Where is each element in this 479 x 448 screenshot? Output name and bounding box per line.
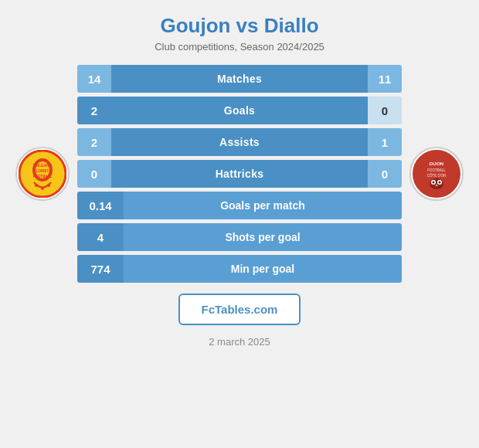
fctables-text: FcTables.com bbox=[202, 303, 278, 316]
assists-right-value: 1 bbox=[368, 128, 402, 156]
logo-right: DIJON FOOTBALL CÔTE D'OR bbox=[402, 147, 471, 201]
min-per-goal-label: Min per goal bbox=[124, 255, 402, 283]
goals-label: Goals bbox=[111, 97, 368, 124]
page-title: Goujon vs Diallo bbox=[160, 14, 318, 38]
svg-text:DIJON: DIJON bbox=[430, 161, 443, 166]
matches-right-value: 11 bbox=[368, 65, 402, 93]
fctables-banner: FcTables.com bbox=[178, 294, 301, 325]
footer-date: 2 march 2025 bbox=[209, 336, 270, 348]
matches-left-value: 14 bbox=[77, 65, 111, 93]
svg-point-8 bbox=[47, 184, 50, 187]
orleans-logo: ORLEANS LOIRET FOOTBALL bbox=[15, 147, 70, 201]
dijon-logo: DIJON FOOTBALL CÔTE D'OR bbox=[409, 147, 464, 201]
goals-left-value: 2 bbox=[77, 97, 111, 124]
min-per-goal-row: 774 Min per goal bbox=[77, 255, 402, 283]
goals-right-value: 0 bbox=[368, 97, 402, 124]
hattricks-label: Hattricks bbox=[111, 160, 368, 188]
matches-label: Matches bbox=[111, 65, 368, 93]
svg-text:LOIRET: LOIRET bbox=[36, 169, 49, 173]
hattricks-row: 0 Hattricks 0 bbox=[77, 160, 402, 188]
shots-per-goal-label: Shots per goal bbox=[124, 223, 402, 251]
svg-point-18 bbox=[439, 182, 441, 184]
svg-text:FOOTBALL: FOOTBALL bbox=[33, 175, 53, 178]
assists-row: 2 Assists 1 bbox=[77, 128, 402, 156]
svg-text:FOOTBALL: FOOTBALL bbox=[427, 168, 446, 172]
goals-row: 2 Goals 0 bbox=[77, 97, 402, 124]
logo-left: ORLEANS LOIRET FOOTBALL bbox=[8, 147, 77, 201]
svg-point-17 bbox=[433, 182, 435, 184]
assists-label: Assists bbox=[111, 128, 368, 156]
shots-per-goal-value: 4 bbox=[77, 223, 124, 251]
svg-point-7 bbox=[41, 187, 44, 190]
svg-text:ORLEANS: ORLEANS bbox=[33, 163, 53, 168]
min-per-goal-value: 774 bbox=[77, 255, 124, 283]
svg-text:CÔTE D'OR: CÔTE D'OR bbox=[427, 173, 447, 178]
goals-per-match-label: Goals per match bbox=[124, 192, 402, 219]
stats-block: 14 Matches 11 2 Goals 0 2 Assists 1 0 Ha… bbox=[77, 65, 402, 283]
assists-left-value: 2 bbox=[77, 128, 111, 156]
page-wrapper: Goujon vs Diallo Club competitions, Seas… bbox=[0, 0, 479, 448]
hattricks-right-value: 0 bbox=[368, 160, 402, 188]
shots-per-goal-row: 4 Shots per goal bbox=[77, 223, 402, 251]
svg-point-6 bbox=[35, 184, 38, 187]
comparison-area: ORLEANS LOIRET FOOTBALL 14 Matches 11 bbox=[8, 65, 471, 283]
goals-per-match-row: 0.14 Goals per match bbox=[77, 192, 402, 219]
page-subtitle: Club competitions, Season 2024/2025 bbox=[155, 41, 324, 53]
hattricks-left-value: 0 bbox=[77, 160, 111, 188]
matches-row: 14 Matches 11 bbox=[77, 65, 402, 93]
goals-per-match-value: 0.14 bbox=[77, 192, 124, 219]
